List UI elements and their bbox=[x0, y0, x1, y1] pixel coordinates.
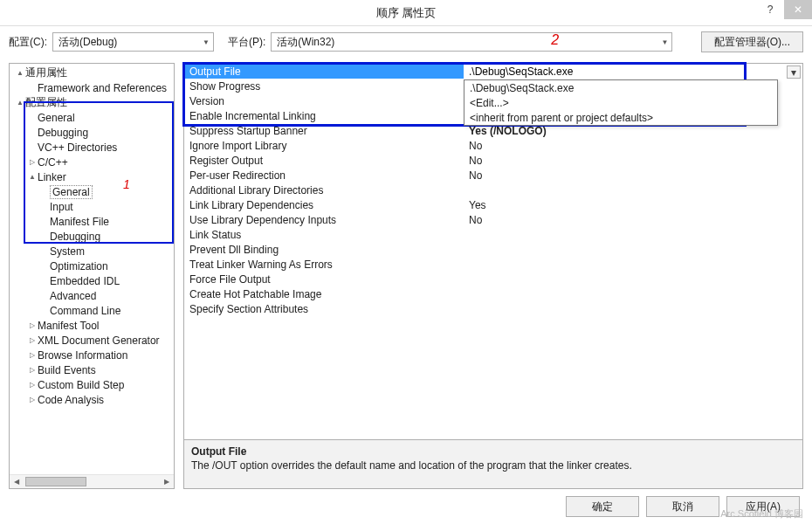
help-icon: ? bbox=[767, 3, 774, 16]
right-column: Output File Show Progress Version Enable… bbox=[183, 63, 803, 489]
tree-item-manifest-tool[interactable]: ▷Manifest Tool bbox=[10, 318, 174, 333]
dialog-buttons: 确定 取消 应用(A) bbox=[0, 489, 812, 524]
tree-item-common[interactable]: ▲通用属性 bbox=[10, 66, 174, 80]
tree-hscrollbar[interactable]: ◀ ▶ bbox=[10, 474, 174, 488]
collapse-icon[interactable]: ▷ bbox=[27, 366, 38, 374]
output-file-input[interactable] bbox=[464, 64, 802, 79]
expand-icon[interactable]: ▲ bbox=[15, 99, 25, 107]
tree-item-browse-info[interactable]: ▷Browse Information bbox=[10, 348, 174, 362]
config-manager-label: 配置管理器(O)... bbox=[714, 35, 790, 50]
config-label: 配置(C): bbox=[9, 35, 47, 50]
tree-item-vcpp-dirs[interactable]: VC++ Directories bbox=[10, 140, 174, 155]
watermark: Arc Scofield 博客园 bbox=[720, 507, 803, 521]
property-tree[interactable]: ▲通用属性 Framework and References ▲配置属性 Gen… bbox=[10, 64, 174, 474]
prop-row[interactable]: Specify Section Attributes bbox=[184, 301, 802, 316]
tree-item-config-props[interactable]: ▲配置属性 bbox=[10, 95, 174, 110]
property-grid: Output File Show Progress Version Enable… bbox=[183, 63, 803, 440]
description-panel: Output File The /OUT option overrides th… bbox=[183, 440, 803, 489]
expand-icon[interactable]: ▲ bbox=[15, 69, 25, 77]
tree-item-linker-manifest[interactable]: Manifest File bbox=[10, 214, 174, 229]
prop-row[interactable]: Create Hot Patchable Image bbox=[184, 286, 802, 301]
prop-row[interactable]: Use Library Dependency InputsNo bbox=[184, 212, 802, 227]
tree-item-ccpp[interactable]: ▷C/C++ bbox=[10, 155, 174, 169]
tree-item-linker-system[interactable]: System bbox=[10, 244, 174, 259]
prop-row[interactable]: Per-user RedirectionNo bbox=[184, 168, 802, 183]
prop-key: Output File bbox=[184, 64, 464, 79]
tree-item-debugging[interactable]: Debugging bbox=[10, 125, 174, 140]
tree-item-build-events[interactable]: ▷Build Events bbox=[10, 362, 174, 377]
titlebar: 顺序 属性页 ? ✕ bbox=[0, 0, 812, 26]
tree-item-xml-doc-gen[interactable]: ▷XML Document Generator bbox=[10, 333, 174, 348]
window-title: 顺序 属性页 bbox=[376, 5, 437, 21]
dropdown-option-edit[interactable]: <Edit...> bbox=[464, 95, 777, 110]
prop-row[interactable]: Ignore Import LibraryNo bbox=[184, 138, 802, 153]
tree-item-linker-debugging[interactable]: Debugging bbox=[10, 229, 174, 244]
platform-value: 活动(Win32) bbox=[277, 35, 334, 50]
collapse-icon[interactable]: ▷ bbox=[27, 158, 38, 166]
expand-icon[interactable]: ▲ bbox=[27, 173, 38, 181]
prop-row[interactable]: Link Status bbox=[184, 227, 802, 242]
tree-item-code-analysis[interactable]: ▷Code Analysis bbox=[10, 392, 174, 407]
dropdown-option[interactable]: .\Debug\SeqStack.exe bbox=[464, 80, 777, 95]
help-button[interactable]: ? bbox=[756, 0, 784, 19]
collapse-icon[interactable]: ▷ bbox=[27, 381, 38, 389]
annotation-2: 2 bbox=[551, 32, 559, 48]
config-value: 活动(Debug) bbox=[58, 35, 117, 50]
tree-item-framework-refs[interactable]: Framework and References bbox=[10, 80, 174, 95]
tree-item-general[interactable]: General bbox=[10, 110, 174, 125]
close-button[interactable]: ✕ bbox=[784, 0, 812, 19]
tree-item-linker-advanced[interactable]: Advanced bbox=[10, 288, 174, 303]
prop-row-output-file[interactable]: Output File bbox=[184, 64, 802, 79]
scroll-right-icon[interactable]: ▶ bbox=[160, 475, 174, 488]
tree-item-custom-build-step[interactable]: ▷Custom Build Step bbox=[10, 377, 174, 392]
config-manager-button[interactable]: 配置管理器(O)... bbox=[701, 31, 803, 52]
scroll-thumb[interactable] bbox=[25, 477, 86, 486]
prop-row[interactable]: Treat Linker Warning As Errors bbox=[184, 257, 802, 272]
collapse-icon[interactable]: ▷ bbox=[27, 351, 38, 359]
prop-row[interactable]: Force File Output bbox=[184, 272, 802, 286]
description-title: Output File bbox=[191, 445, 795, 458]
tree-item-linker-optimization[interactable]: Optimization bbox=[10, 259, 174, 273]
tree-item-linker-input[interactable]: Input bbox=[10, 199, 174, 214]
description-text: The /OUT option overrides the default na… bbox=[191, 459, 795, 472]
prop-row[interactable]: Prevent Dll Binding bbox=[184, 242, 802, 257]
chevron-down-icon: ▼ bbox=[661, 38, 668, 46]
close-icon: ✕ bbox=[794, 3, 802, 16]
annotation-1: 1 bbox=[123, 177, 130, 191]
dropdown-option-inherit[interactable]: <inherit from parent or project defaults… bbox=[464, 110, 777, 125]
tree-panel: ▲通用属性 Framework and References ▲配置属性 Gen… bbox=[9, 63, 175, 489]
chevron-down-icon: ▼ bbox=[203, 38, 210, 46]
output-file-dropdown: .\Debug\SeqStack.exe <Edit...> <inherit … bbox=[464, 79, 778, 126]
tree-item-linker-cmdline[interactable]: Command Line bbox=[10, 303, 174, 318]
prop-row[interactable]: Link Library DependenciesYes bbox=[184, 197, 802, 212]
cancel-button[interactable]: 取消 bbox=[646, 496, 719, 517]
scroll-left-icon[interactable]: ◀ bbox=[10, 475, 24, 488]
collapse-icon[interactable]: ▷ bbox=[27, 336, 38, 344]
main-area: ▲通用属性 Framework and References ▲配置属性 Gen… bbox=[0, 54, 812, 489]
tree-item-linker-embedded-idl[interactable]: Embedded IDL bbox=[10, 273, 174, 288]
config-row: 配置(C): 活动(Debug) ▼ 平台(P): 活动(Win32) ▼ 2 … bbox=[0, 26, 812, 54]
platform-combo[interactable]: 活动(Win32) ▼ 2 bbox=[271, 32, 672, 52]
collapse-icon[interactable]: ▷ bbox=[27, 396, 38, 403]
platform-label: 平台(P): bbox=[228, 35, 265, 50]
prop-row[interactable]: Register OutputNo bbox=[184, 153, 802, 168]
window-controls: ? ✕ bbox=[756, 0, 812, 19]
tree-item-linker[interactable]: ▲Linker bbox=[10, 169, 174, 184]
chevron-down-icon: ▾ bbox=[791, 66, 796, 79]
value-dropdown-button[interactable]: ▾ bbox=[787, 66, 801, 79]
tree-item-linker-general[interactable]: General bbox=[10, 184, 174, 199]
ok-button[interactable]: 确定 bbox=[566, 496, 639, 517]
config-combo[interactable]: 活动(Debug) ▼ bbox=[52, 32, 214, 52]
prop-row[interactable]: Additional Library Directories bbox=[184, 183, 802, 197]
collapse-icon[interactable]: ▷ bbox=[27, 321, 38, 329]
